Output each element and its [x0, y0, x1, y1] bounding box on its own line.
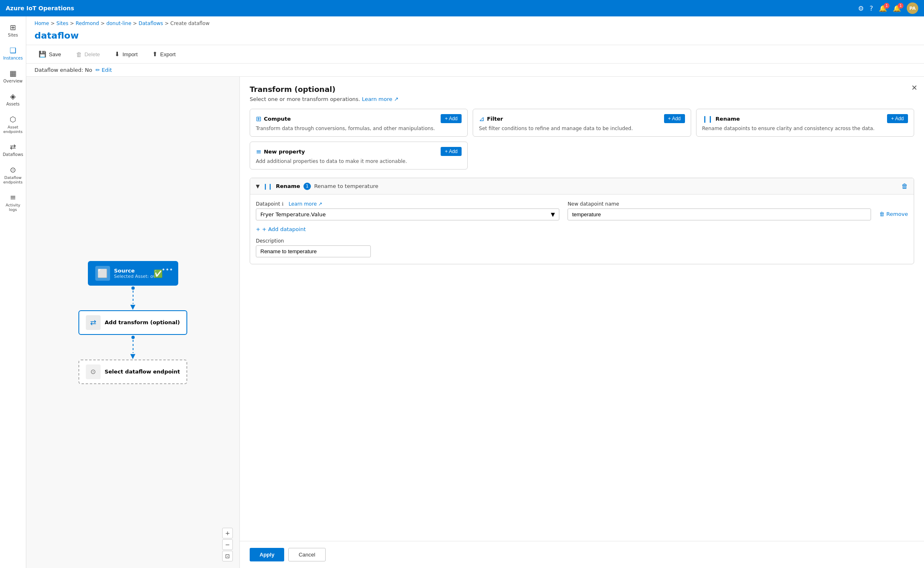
endpoint-node-box[interactable]: ⊙ Select dataflow endpoint — [78, 360, 188, 384]
filter-card: ⊿ Filter + Add Set filter conditions to … — [473, 109, 691, 137]
desc-label: Description — [256, 238, 908, 244]
instances-icon: ❑ — [9, 46, 16, 55]
sidebar-item-assets[interactable]: ◈ Assets — [2, 89, 25, 110]
description-input[interactable] — [256, 245, 371, 257]
sidebar-label-dataflows: Dataflows — [3, 152, 23, 157]
connector-dot-top — [131, 286, 135, 290]
new-property-add-button[interactable]: + Add — [441, 147, 462, 156]
sidebar: ⊞ Sites ❑ Instances ▦ Overview ◈ Assets … — [0, 16, 26, 568]
sidebar-label-activity-logs: Activity logs — [3, 203, 23, 212]
sidebar-item-sites[interactable]: ⊞ Sites — [2, 20, 25, 41]
connector-2: ▼ — [130, 335, 135, 360]
asset-endpoints-icon: ⬡ — [10, 115, 16, 124]
transform-node: ⇄ Add transform (optional) — [78, 310, 187, 335]
endpoint-icon: ⊙ — [90, 368, 96, 376]
rename-section-subtitle: Rename to temperature — [314, 183, 378, 189]
rename-section-badge: 1 — [303, 183, 311, 190]
endpoint-node: ⊙ Select dataflow endpoint — [78, 360, 188, 384]
settings-icon[interactable]: ⚙ — [858, 5, 864, 12]
breadcrumb-home[interactable]: Home — [34, 21, 49, 26]
close-button[interactable]: ✕ — [911, 83, 917, 92]
cancel-button[interactable]: Cancel — [288, 548, 325, 561]
filter-add-button[interactable]: + Add — [664, 114, 685, 123]
panel-title: Transform (optional) — [250, 85, 914, 94]
fit-view-button[interactable]: ⊡ — [222, 551, 233, 561]
plus-icon: + — [256, 226, 260, 232]
new-property-title: New property — [264, 149, 305, 155]
alert-icon[interactable]: 🔔1 — [893, 5, 901, 12]
app-title: Azure IoT Operations — [6, 5, 855, 11]
sidebar-label-overview: Overview — [3, 79, 23, 84]
connector-dot-2 — [131, 336, 135, 339]
breadcrumb-redmond[interactable]: Redmond — [76, 21, 99, 26]
import-icon: ⬇ — [115, 50, 120, 58]
alert-badge: 1 — [898, 3, 903, 9]
user-avatar[interactable]: PA — [907, 2, 918, 14]
help-icon[interactable]: ? — [870, 5, 873, 12]
zoom-in-button[interactable]: + — [222, 528, 233, 538]
datapoint-select[interactable]: Fryer Temperature.Value ▼ — [256, 208, 559, 220]
new-property-card: ≡ New property + Add Add additional prop… — [250, 142, 468, 169]
content-area: Home > Sites > Redmond > donut-line > Da… — [26, 16, 924, 568]
overview-icon: ▦ — [9, 69, 16, 78]
transform-node-box[interactable]: ⇄ Add transform (optional) — [78, 310, 187, 335]
rename-add-button[interactable]: + Add — [887, 114, 908, 123]
rename-chevron-icon[interactable]: ▼ — [256, 183, 260, 189]
compute-card: ⊞ Compute + Add Transform data through c… — [250, 109, 468, 137]
breadcrumb-donut-line[interactable]: donut-line — [106, 21, 131, 26]
endpoint-title: Select dataflow endpoint — [105, 369, 180, 375]
source-dots-icon[interactable]: ••• — [161, 266, 173, 274]
breadcrumb-current: Create dataflow — [170, 21, 209, 26]
notification-icon[interactable]: 🔔1 — [879, 5, 887, 12]
compute-title: Compute — [264, 116, 291, 122]
connector-1: ▼ — [130, 286, 135, 310]
rename-delete-icon[interactable]: 🗑 — [901, 182, 908, 190]
zoom-out-button[interactable]: − — [222, 539, 233, 550]
rename-section-label: Rename — [276, 183, 300, 189]
sidebar-item-instances[interactable]: ❑ Instances — [2, 43, 25, 64]
new-name-group: New datapoint name — [568, 201, 871, 220]
learn-more-link-top[interactable]: Learn more ↗ — [362, 96, 398, 102]
page-header: dataflow — [26, 28, 924, 45]
notification-badge: 1 — [884, 3, 890, 9]
sidebar-item-overview[interactable]: ▦ Overview — [2, 66, 25, 87]
sites-icon: ⊞ — [10, 23, 16, 32]
connector-line-2 — [133, 340, 133, 353]
rename-body: Datapoint ℹ Learn more ↗ Fryer Temperatu… — [250, 195, 914, 264]
info-icon: ℹ — [282, 201, 284, 207]
canvas-controls: + − ⊡ — [222, 528, 233, 561]
compute-desc: Transform data through conversions, form… — [256, 126, 462, 131]
import-button[interactable]: ⬇ Import — [110, 48, 142, 60]
delete-button[interactable]: 🗑 Delete — [72, 49, 104, 60]
connector-arrow-2: ▼ — [130, 353, 135, 360]
sidebar-item-dataflows[interactable]: ⇄ Dataflows — [2, 139, 25, 160]
apply-button[interactable]: Apply — [250, 548, 284, 561]
remove-link[interactable]: 🗑 Remove — [879, 211, 908, 220]
transform-cards: ⊞ Compute + Add Transform data through c… — [250, 109, 914, 169]
sidebar-label-instances: Instances — [3, 56, 23, 61]
breadcrumb-dataflows[interactable]: Dataflows — [138, 21, 163, 26]
rename-card: ❙❙ Rename + Add Rename datapoints to ens… — [696, 109, 914, 137]
datapoint-form-row: Datapoint ℹ Learn more ↗ Fryer Temperatu… — [256, 201, 908, 220]
breadcrumb-sites[interactable]: Sites — [56, 21, 68, 26]
sidebar-item-asset-endpoints[interactable]: ⬡ Asset endpoints — [2, 112, 25, 137]
rename-section-header: ▼ ❙❙ Rename 1 Rename to temperature 🗑 — [250, 178, 914, 195]
add-datapoint-link[interactable]: + + Add datapoint — [256, 226, 908, 232]
rename-section: ▼ ❙❙ Rename 1 Rename to temperature 🗑 — [250, 178, 914, 264]
new-name-input[interactable] — [568, 208, 871, 220]
source-icon-box: ⬜ — [95, 266, 110, 281]
canvas: ⬜ Source Selected Asset: oven ••• ✅ — [26, 77, 240, 568]
edit-link[interactable]: ✏ Edit — [95, 67, 112, 73]
save-button[interactable]: 💾 Save — [34, 48, 65, 60]
datapoint-learn-more[interactable]: Learn more ↗ — [289, 201, 322, 207]
source-node-box[interactable]: ⬜ Source Selected Asset: oven ••• ✅ — [88, 261, 178, 286]
export-button[interactable]: ⬆ Export — [148, 48, 180, 60]
action-buttons: Apply Cancel — [240, 541, 924, 568]
save-icon: 💾 — [39, 50, 46, 58]
main-layout: ⊞ Sites ❑ Instances ▦ Overview ◈ Assets … — [0, 16, 924, 568]
compute-add-button[interactable]: + Add — [441, 114, 462, 123]
sidebar-item-activity-logs[interactable]: ≡ Activity logs — [2, 190, 25, 215]
datapoint-group: Datapoint ℹ Learn more ↗ Fryer Temperatu… — [256, 201, 559, 220]
sidebar-item-dataflow-endpoints[interactable]: ⊙ Dataflow endpoints — [2, 162, 25, 188]
new-name-label: New datapoint name — [568, 201, 871, 207]
